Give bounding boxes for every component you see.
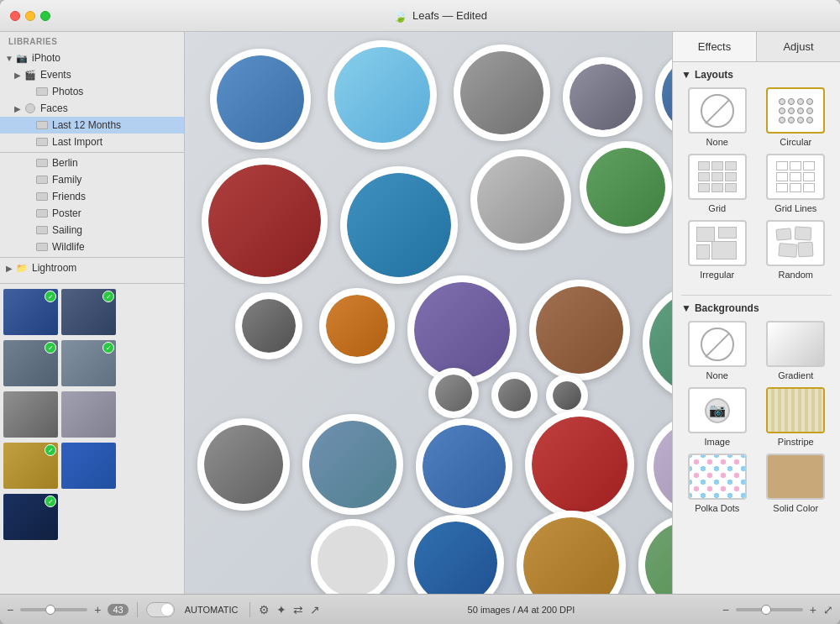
plus-zoom-icon[interactable]: +: [94, 603, 101, 616]
circle-container: [185, 32, 672, 594]
layout-gridlines[interactable]: Grid Lines: [760, 154, 832, 213]
layout-none-label: None: [706, 137, 728, 147]
minimize-button[interactable]: [25, 11, 35, 21]
photo-circle-13[interactable]: [407, 275, 517, 385]
zoom-slider[interactable]: [20, 608, 87, 611]
photo-circle-19[interactable]: [197, 418, 290, 511]
fullscreen-icon[interactable]: ⤢: [823, 603, 833, 616]
sidebar-item-lightroom[interactable]: ▶ 📁 Lightroom: [0, 260, 184, 276]
layout-none[interactable]: None: [681, 87, 753, 147]
check-4: ✓: [102, 342, 114, 354]
photo-circle-4[interactable]: [563, 57, 643, 137]
photo-circle-9[interactable]: [580, 141, 672, 233]
sidebar-item-sailing[interactable]: ▶ Sailing: [0, 222, 184, 239]
sidebar-item-iphoto[interactable]: ▼ 📷 iPhoto: [0, 50, 184, 66]
app-icon: 🍃: [393, 9, 407, 23]
settings-icon[interactable]: ⚙: [259, 603, 270, 616]
photo-circle-5[interactable]: [655, 49, 672, 141]
layout-circular-label: Circular: [780, 137, 811, 147]
sep-2: [249, 602, 250, 617]
sidebar-item-photos[interactable]: ▶ Photos: [0, 83, 184, 100]
tab-adjust[interactable]: Adjust: [757, 32, 840, 61]
photo-circle-12[interactable]: [319, 288, 395, 364]
sidebar-item-friends[interactable]: ▶ Friends: [0, 188, 184, 205]
bg-polkadots[interactable]: Polka Dots: [681, 454, 753, 513]
photo-circle-21[interactable]: [416, 418, 512, 515]
zoom-out-icon[interactable]: −: [722, 603, 729, 616]
photo-circle-15[interactable]: [643, 284, 672, 401]
shuffle-icon[interactable]: ⇄: [293, 603, 303, 616]
libraries-header: Libraries: [0, 32, 184, 50]
bg-solidcolor[interactable]: Solid Color: [760, 454, 832, 513]
bg-none-thumb: [688, 321, 747, 367]
bg-gradient-thumb: [766, 321, 825, 367]
layout-irregular-thumb: [688, 220, 747, 266]
photo-circle-26[interactable]: [517, 511, 626, 594]
thumbnail-1[interactable]: ✓: [3, 289, 58, 335]
layouts-title: Layouts: [695, 69, 733, 81]
photo-circle-27[interactable]: [638, 515, 672, 594]
photo-circle-2[interactable]: [328, 40, 437, 149]
sidebar-item-wildlife[interactable]: ▶ Wildlife: [0, 239, 184, 255]
bg-none[interactable]: None: [681, 321, 753, 380]
zoom-in-icon[interactable]: +: [810, 603, 816, 616]
sidebar-item-events[interactable]: ▶ 🎬 Events: [0, 66, 184, 83]
auto-toggle[interactable]: [146, 602, 175, 617]
circle-img-9: [586, 148, 665, 227]
photo-circle-7[interactable]: [340, 166, 458, 284]
sidebar-item-lastimport[interactable]: ▶ Last Import: [0, 134, 184, 150]
sidebar-item-family[interactable]: ▶ Family: [0, 171, 184, 188]
thumbnail-8[interactable]: [61, 443, 116, 489]
photo-circle-11[interactable]: [235, 292, 302, 359]
photo-circle-25[interactable]: [407, 515, 504, 594]
thumbnail-5[interactable]: [3, 391, 58, 438]
circle-img-6: [208, 165, 321, 277]
sidebar-item-faces[interactable]: ▶ Faces: [0, 100, 184, 117]
photo-circle-23[interactable]: [647, 414, 672, 519]
close-button[interactable]: [10, 11, 20, 21]
faces-arrow: ▶: [12, 104, 24, 113]
bg-gradient[interactable]: Gradient: [760, 321, 832, 380]
layout-irregular[interactable]: Irregular: [681, 220, 753, 280]
minus-zoom-icon[interactable]: −: [7, 603, 13, 616]
maximize-button[interactable]: [40, 11, 50, 21]
bg-pinstripe[interactable]: Pinstripe: [760, 387, 832, 447]
photo-circle-17[interactable]: [491, 372, 538, 418]
main-content: Libraries ▼ 📷 iPhoto ▶ 🎬 Events: [0, 32, 840, 594]
circle-img-11: [242, 299, 296, 353]
layout-random-thumb: [766, 220, 825, 266]
sidebar-item-berlin[interactable]: ▶ Berlin: [0, 155, 184, 171]
panel-content: ▼ Layouts None: [673, 62, 840, 594]
tab-effects[interactable]: Effects: [673, 32, 757, 61]
bg-image[interactable]: 📷 Image: [681, 387, 753, 447]
photo-circle-1[interactable]: [210, 49, 311, 149]
layout-random[interactable]: Random: [760, 220, 832, 280]
image-count: 50 images / A4 at 200 DPI: [327, 605, 715, 615]
photo-circle-8[interactable]: [470, 149, 571, 250]
photo-circle-22[interactable]: [525, 410, 634, 519]
thumbnail-2[interactable]: ✓: [61, 289, 116, 335]
faces-label: Faces: [40, 102, 68, 114]
photo-circle-16[interactable]: [428, 368, 479, 418]
photo-circle-20[interactable]: [302, 414, 403, 515]
photo-circle-6[interactable]: [202, 158, 328, 284]
wand-icon[interactable]: ✦: [276, 603, 286, 616]
lightroom-label: Lightroom: [32, 262, 76, 274]
photo-circle-3[interactable]: [454, 45, 550, 141]
thumbnail-7[interactable]: ✓: [3, 443, 58, 489]
photo-circle-14[interactable]: [529, 280, 630, 380]
thumbnail-9[interactable]: ✓: [3, 494, 58, 540]
pinstripe-preview: [768, 389, 823, 432]
sidebar-item-last12months[interactable]: ▶ Last 12 Months: [0, 117, 184, 134]
bg-polkadots-thumb: [688, 454, 747, 500]
thumbnail-6[interactable]: [61, 391, 116, 438]
layout-circular[interactable]: Circular: [760, 87, 832, 147]
export-icon[interactable]: ↗: [310, 603, 320, 616]
layout-grid[interactable]: Grid: [681, 154, 753, 213]
thumbnail-3[interactable]: ✓: [3, 340, 58, 386]
check-2: ✓: [102, 291, 114, 302]
sidebar-item-poster[interactable]: ▶ Poster: [0, 205, 184, 222]
thumbnail-4[interactable]: ✓: [61, 340, 116, 386]
zoom-slider-2[interactable]: [736, 608, 803, 611]
photo-circle-24[interactable]: [311, 519, 395, 594]
